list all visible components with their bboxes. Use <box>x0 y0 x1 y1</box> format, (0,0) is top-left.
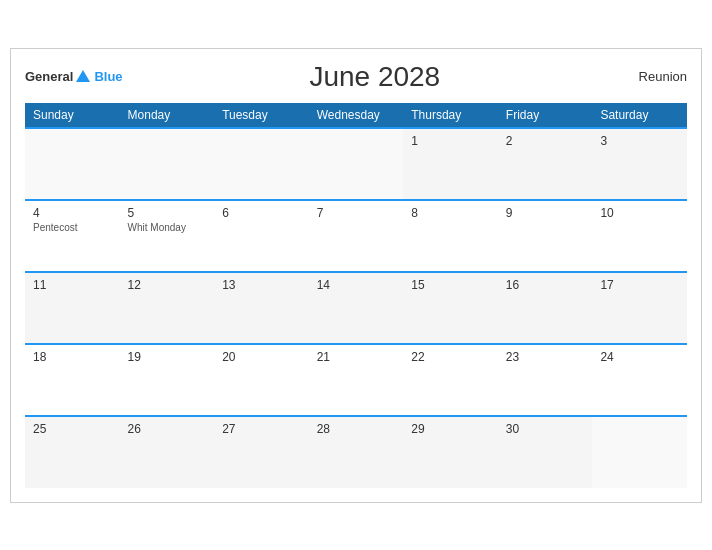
calendar-day-cell: 22 <box>403 344 498 416</box>
day-number: 26 <box>128 422 207 436</box>
calendar-day-cell: 25 <box>25 416 120 488</box>
calendar-day-cell: 26 <box>120 416 215 488</box>
calendar-week-row: 18192021222324 <box>25 344 687 416</box>
calendar-table: Sunday Monday Tuesday Wednesday Thursday… <box>25 103 687 488</box>
calendar-day-cell: 24 <box>592 344 687 416</box>
day-number: 6 <box>222 206 301 220</box>
logo: General Blue <box>25 68 123 86</box>
calendar-day-cell: 16 <box>498 272 593 344</box>
calendar-day-cell: 8 <box>403 200 498 272</box>
calendar-day-cell <box>214 128 309 200</box>
calendar-week-row: 123 <box>25 128 687 200</box>
event-label: Whit Monday <box>128 222 207 233</box>
day-number: 5 <box>128 206 207 220</box>
day-number: 12 <box>128 278 207 292</box>
day-number: 3 <box>600 134 679 148</box>
day-number: 10 <box>600 206 679 220</box>
calendar-day-cell: 15 <box>403 272 498 344</box>
calendar-day-cell: 13 <box>214 272 309 344</box>
logo-triangle-icon <box>76 70 90 82</box>
calendar-day-cell: 23 <box>498 344 593 416</box>
calendar-day-cell: 19 <box>120 344 215 416</box>
day-number: 23 <box>506 350 585 364</box>
day-number: 29 <box>411 422 490 436</box>
day-number: 9 <box>506 206 585 220</box>
day-number: 2 <box>506 134 585 148</box>
calendar-day-cell: 4Pentecost <box>25 200 120 272</box>
day-number: 1 <box>411 134 490 148</box>
calendar-day-cell: 1 <box>403 128 498 200</box>
calendar-container: General Blue June 2028 Reunion Sunday Mo… <box>10 48 702 503</box>
day-number: 4 <box>33 206 112 220</box>
month-title: June 2028 <box>123 61 627 93</box>
calendar-day-cell: 27 <box>214 416 309 488</box>
calendar-day-cell: 21 <box>309 344 404 416</box>
calendar-day-cell <box>592 416 687 488</box>
calendar-header-row: Sunday Monday Tuesday Wednesday Thursday… <box>25 103 687 128</box>
calendar-header: General Blue June 2028 Reunion <box>25 61 687 93</box>
day-number: 28 <box>317 422 396 436</box>
logo-blue: Blue <box>94 69 122 84</box>
day-number: 13 <box>222 278 301 292</box>
col-monday: Monday <box>120 103 215 128</box>
calendar-body: 1234Pentecost5Whit Monday678910111213141… <box>25 128 687 488</box>
calendar-day-cell: 17 <box>592 272 687 344</box>
col-wednesday: Wednesday <box>309 103 404 128</box>
calendar-day-cell: 29 <box>403 416 498 488</box>
calendar-day-cell: 6 <box>214 200 309 272</box>
calendar-day-cell: 28 <box>309 416 404 488</box>
calendar-day-cell: 20 <box>214 344 309 416</box>
day-number: 19 <box>128 350 207 364</box>
day-number: 15 <box>411 278 490 292</box>
calendar-day-cell: 12 <box>120 272 215 344</box>
event-label: Pentecost <box>33 222 112 233</box>
day-number: 18 <box>33 350 112 364</box>
region-label: Reunion <box>627 69 687 84</box>
logo-general: General <box>25 69 73 84</box>
calendar-day-cell <box>309 128 404 200</box>
day-number: 25 <box>33 422 112 436</box>
calendar-week-row: 252627282930 <box>25 416 687 488</box>
calendar-day-cell <box>25 128 120 200</box>
col-thursday: Thursday <box>403 103 498 128</box>
calendar-day-cell: 30 <box>498 416 593 488</box>
day-number: 7 <box>317 206 396 220</box>
calendar-day-cell: 14 <box>309 272 404 344</box>
day-number: 14 <box>317 278 396 292</box>
day-number: 16 <box>506 278 585 292</box>
day-number: 21 <box>317 350 396 364</box>
col-sunday: Sunday <box>25 103 120 128</box>
day-number: 27 <box>222 422 301 436</box>
day-number: 30 <box>506 422 585 436</box>
col-saturday: Saturday <box>592 103 687 128</box>
col-tuesday: Tuesday <box>214 103 309 128</box>
calendar-week-row: 4Pentecost5Whit Monday678910 <box>25 200 687 272</box>
col-friday: Friday <box>498 103 593 128</box>
calendar-day-cell: 2 <box>498 128 593 200</box>
day-number: 8 <box>411 206 490 220</box>
day-number: 22 <box>411 350 490 364</box>
calendar-day-cell <box>120 128 215 200</box>
calendar-day-cell: 11 <box>25 272 120 344</box>
calendar-day-cell: 18 <box>25 344 120 416</box>
day-number: 11 <box>33 278 112 292</box>
calendar-day-cell: 10 <box>592 200 687 272</box>
calendar-day-cell: 7 <box>309 200 404 272</box>
calendar-day-cell: 9 <box>498 200 593 272</box>
calendar-week-row: 11121314151617 <box>25 272 687 344</box>
calendar-day-cell: 3 <box>592 128 687 200</box>
day-number: 17 <box>600 278 679 292</box>
calendar-day-cell: 5Whit Monday <box>120 200 215 272</box>
day-number: 24 <box>600 350 679 364</box>
day-number: 20 <box>222 350 301 364</box>
